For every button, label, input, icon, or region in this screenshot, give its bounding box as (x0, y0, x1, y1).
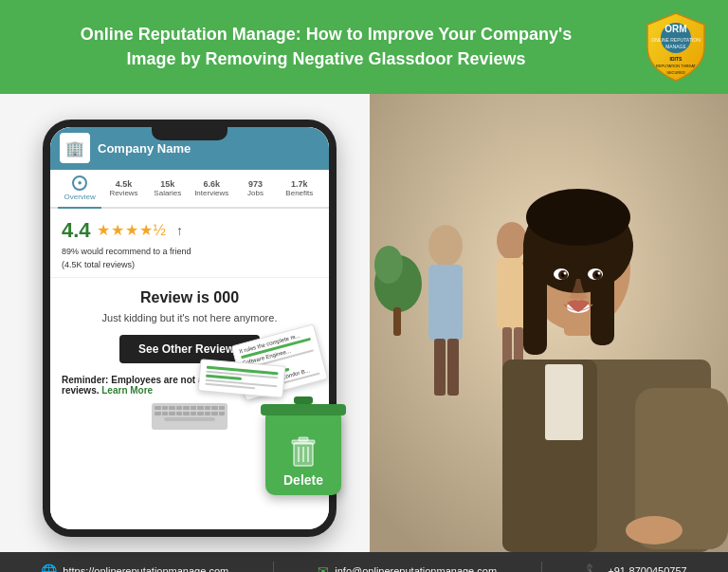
footer-phone: 📞 +91-8700450757 (586, 563, 687, 572)
bin-lid (261, 404, 346, 415)
globe-icon: 🌐 (41, 563, 57, 572)
delete-label: Delete (283, 472, 323, 488)
nav-salaries[interactable]: 15k Salaries (146, 174, 190, 203)
review-subtitle: Just kidding but it's not here anymore. (62, 312, 318, 323)
keyboard-illustration (152, 403, 228, 430)
nav-overview-icon: ● (72, 175, 87, 191)
svg-rect-19 (447, 339, 459, 396)
stars: ★★★★½ (97, 221, 167, 239)
svg-point-33 (526, 189, 630, 246)
svg-text:IDITS: IDITS (670, 56, 682, 62)
svg-point-20 (497, 222, 527, 260)
nav-interviews[interactable]: 6.6k Interviews (190, 174, 233, 203)
header-title-line2: Image by Removing Negative Glassdoor Rev… (126, 49, 525, 68)
email-address: info@onlinereputationmanage.com (335, 565, 497, 572)
svg-point-44 (626, 516, 682, 544)
footer-divider-1 (273, 562, 274, 572)
phone-number: +91-8700450757 (608, 565, 687, 572)
total-reviews: (4.5K total reviews) (62, 260, 318, 269)
footer-email: ✉ info@onlinereputationmanage.com (318, 563, 497, 572)
trash-bin: Delete (265, 410, 341, 495)
svg-text:ONLINE REPUTATION: ONLINE REPUTATION (651, 37, 701, 43)
left-panel: 🏢 Company Name ● Overview 4.5k Reviews 1… (0, 94, 370, 552)
svg-rect-13 (299, 437, 308, 441)
right-panel (370, 94, 728, 552)
rating-arrow: ↑ (176, 223, 183, 238)
svg-text:ORM: ORM (664, 24, 686, 34)
footer-divider-2 (541, 562, 542, 572)
recommend-text: 89% would recommend to a friend (62, 247, 318, 256)
svg-rect-31 (523, 241, 547, 355)
mail-icon: ✉ (318, 563, 329, 572)
review-title: Review is 000 (62, 289, 318, 306)
svg-rect-32 (591, 241, 614, 345)
phone-icon: 📞 (586, 563, 602, 572)
website-url: https://onlinereputationmanage.com (63, 565, 228, 572)
nav-jobs[interactable]: 973 Jobs (233, 174, 277, 203)
svg-text:REPUTATION THREAT: REPUTATION THREAT (656, 64, 696, 68)
bin-icon (289, 435, 318, 469)
bin-handle (294, 397, 313, 404)
svg-rect-17 (428, 265, 463, 341)
main-content: 🏢 Company Name ● Overview 4.5k Reviews 1… (0, 94, 728, 552)
nav-overview[interactable]: ● Overview (58, 170, 101, 209)
rating-number: 4.4 (62, 218, 91, 243)
svg-point-16 (428, 225, 463, 267)
svg-text:MANAGE: MANAGE (665, 44, 686, 49)
rating-row: 4.4 ★★★★½ ↑ (62, 218, 318, 243)
header-title-line1: Online Reputation Manage: How to Improve… (81, 25, 573, 44)
background-illustration (370, 94, 728, 552)
svg-point-41 (598, 272, 601, 275)
shield-icon: ORM ONLINE REPUTATION MANAGE IDITS REPUT… (643, 11, 709, 83)
nav-overview-label: Overview (62, 193, 98, 201)
header-title: Online Reputation Manage: How to Improve… (19, 23, 643, 70)
learn-more-link[interactable]: Learn More (101, 385, 153, 396)
orm-logo: ORM ONLINE REPUTATION MANAGE IDITS REPUT… (643, 11, 709, 83)
delete-area: It rules the complete re... Software Eng… (265, 410, 341, 495)
svg-rect-27 (545, 364, 583, 440)
svg-rect-47 (393, 307, 401, 336)
nav-reviews[interactable]: 4.5k Reviews (101, 174, 145, 203)
company-icon: 🏢 (60, 133, 90, 163)
svg-rect-18 (434, 339, 446, 396)
company-name: Company Name (98, 141, 191, 156)
svg-text:SECURED: SECURED (666, 70, 685, 75)
svg-point-46 (374, 246, 403, 284)
footer: 🌐 https://onlinereputationmanage.com ✉ i… (0, 552, 728, 572)
gd-nav: ● Overview 4.5k Reviews 15k Salaries 6.6… (50, 170, 329, 209)
svg-point-40 (564, 272, 567, 275)
rating-section: 4.4 ★★★★½ ↑ 89% would recommend to a fri… (50, 209, 329, 278)
phone-notch (152, 127, 228, 140)
svg-rect-21 (497, 258, 527, 329)
header: Online Reputation Manage: How to Improve… (0, 0, 728, 94)
nav-benefits[interactable]: 1.7k Benefits (278, 174, 321, 203)
footer-website: 🌐 https://onlinereputationmanage.com (41, 563, 228, 572)
